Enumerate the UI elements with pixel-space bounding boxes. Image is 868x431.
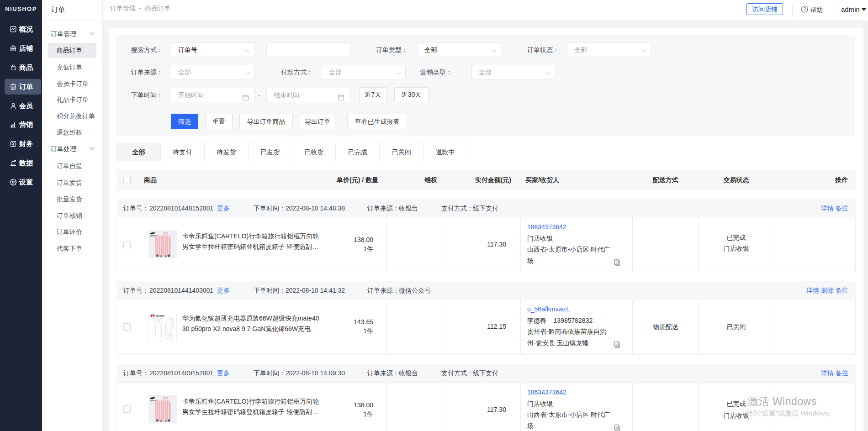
svg-text:?: ? <box>803 7 806 12</box>
svg-text:HUAWEI: HUAWEI <box>166 334 173 336</box>
svg-text:HUAWEI: HUAWEI <box>156 315 164 317</box>
